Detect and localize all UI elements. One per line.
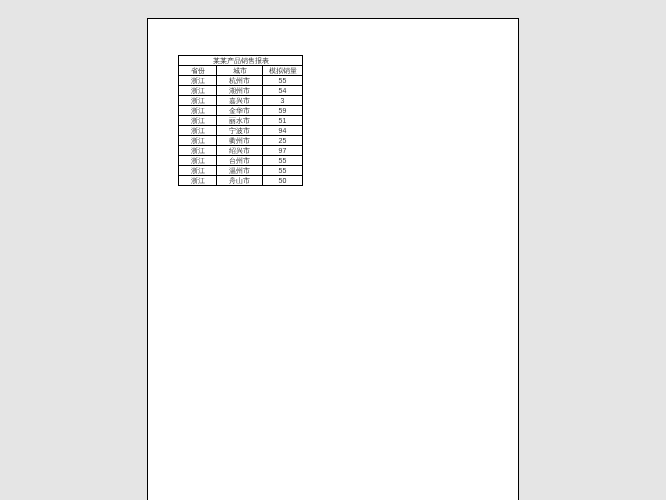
cell-province: 浙江 bbox=[179, 116, 217, 126]
cell-province: 浙江 bbox=[179, 126, 217, 136]
cell-province: 浙江 bbox=[179, 156, 217, 166]
cell-province: 浙江 bbox=[179, 76, 217, 86]
cell-city: 金华市 bbox=[217, 106, 263, 116]
cell-city: 嘉兴市 bbox=[217, 96, 263, 106]
col-header-sales: 模拟销量 bbox=[263, 66, 303, 76]
cell-province: 浙江 bbox=[179, 96, 217, 106]
cell-city: 台州市 bbox=[217, 156, 263, 166]
cell-sales: 97 bbox=[263, 146, 303, 156]
document-page: 某某产品销售报表 省份 城市 模拟销量 浙江 杭州市 55 浙江 湖州市 54 … bbox=[147, 18, 519, 500]
table-title-row: 某某产品销售报表 bbox=[179, 56, 303, 66]
cell-province: 浙江 bbox=[179, 176, 217, 186]
cell-province: 浙江 bbox=[179, 106, 217, 116]
cell-city: 舟山市 bbox=[217, 176, 263, 186]
cell-city: 丽水市 bbox=[217, 116, 263, 126]
cell-sales: 55 bbox=[263, 166, 303, 176]
col-header-province: 省份 bbox=[179, 66, 217, 76]
sales-table: 某某产品销售报表 省份 城市 模拟销量 浙江 杭州市 55 浙江 湖州市 54 … bbox=[178, 55, 303, 186]
cell-sales: 51 bbox=[263, 116, 303, 126]
table-header-row: 省份 城市 模拟销量 bbox=[179, 66, 303, 76]
cell-sales: 25 bbox=[263, 136, 303, 146]
cell-province: 浙江 bbox=[179, 146, 217, 156]
table-row: 浙江 杭州市 55 bbox=[179, 76, 303, 86]
cell-sales: 55 bbox=[263, 76, 303, 86]
cell-city: 衢州市 bbox=[217, 136, 263, 146]
table-row: 浙江 嘉兴市 3 bbox=[179, 96, 303, 106]
cell-sales: 3 bbox=[263, 96, 303, 106]
table-row: 浙江 舟山市 50 bbox=[179, 176, 303, 186]
table-title: 某某产品销售报表 bbox=[179, 56, 303, 66]
cell-sales: 59 bbox=[263, 106, 303, 116]
cell-sales: 54 bbox=[263, 86, 303, 96]
cell-province: 浙江 bbox=[179, 136, 217, 146]
table-row: 浙江 台州市 55 bbox=[179, 156, 303, 166]
cell-province: 浙江 bbox=[179, 166, 217, 176]
cell-city: 湖州市 bbox=[217, 86, 263, 96]
cell-province: 浙江 bbox=[179, 86, 217, 96]
cell-city: 绍兴市 bbox=[217, 146, 263, 156]
table-row: 浙江 湖州市 54 bbox=[179, 86, 303, 96]
table-row: 浙江 金华市 59 bbox=[179, 106, 303, 116]
table-row: 浙江 绍兴市 97 bbox=[179, 146, 303, 156]
table-row: 浙江 温州市 55 bbox=[179, 166, 303, 176]
cell-sales: 55 bbox=[263, 156, 303, 166]
table-row: 浙江 宁波市 94 bbox=[179, 126, 303, 136]
table-row: 浙江 丽水市 51 bbox=[179, 116, 303, 126]
cell-city: 杭州市 bbox=[217, 76, 263, 86]
table-row: 浙江 衢州市 25 bbox=[179, 136, 303, 146]
col-header-city: 城市 bbox=[217, 66, 263, 76]
cell-city: 温州市 bbox=[217, 166, 263, 176]
cell-sales: 94 bbox=[263, 126, 303, 136]
cell-city: 宁波市 bbox=[217, 126, 263, 136]
cell-sales: 50 bbox=[263, 176, 303, 186]
